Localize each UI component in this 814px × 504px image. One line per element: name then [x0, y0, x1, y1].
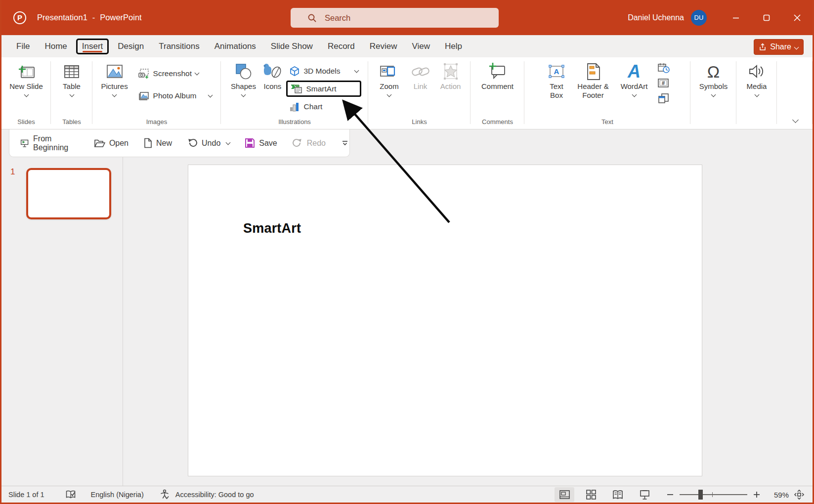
zoom-icon — [379, 63, 400, 81]
slide-thumbnail-number: 1 — [10, 167, 15, 177]
tab-record[interactable]: Record — [322, 39, 361, 54]
ribbon-group-text: A Text Box Header & Footer A WordArt # — [524, 57, 690, 129]
slide-canvas[interactable] — [188, 165, 702, 476]
zoom-button[interactable]: Zoom — [375, 60, 404, 97]
zoom-in-button[interactable] — [753, 491, 760, 498]
comment-button[interactable]: Comment — [476, 60, 519, 92]
new-slide-button[interactable]: New Slide — [7, 60, 45, 97]
tab-home[interactable]: Home — [39, 39, 73, 54]
collapse-ribbon-chevron — [792, 117, 799, 123]
zoom-chevron — [387, 92, 392, 97]
undo-button[interactable]: Undo — [187, 138, 230, 149]
tab-view[interactable]: View — [406, 39, 436, 54]
photo-album-button[interactable]: Photo Album — [135, 87, 215, 104]
pictures-icon — [105, 63, 125, 81]
slide-number-glyph: # — [662, 80, 665, 86]
fit-slide-to-window-button[interactable] — [794, 489, 805, 500]
zoom-slider[interactable] — [680, 494, 747, 495]
open-button[interactable]: Open — [94, 138, 129, 148]
screenshot-button[interactable]: Screenshot — [135, 65, 215, 82]
spellcheck-icon[interactable] — [65, 490, 76, 500]
slide-thumbnail[interactable] — [26, 168, 111, 219]
pictures-button[interactable]: Pictures — [98, 60, 131, 97]
wordart-button[interactable]: A WordArt — [618, 60, 650, 97]
screenshot-icon — [138, 68, 150, 79]
redo-button: Redo — [292, 138, 326, 149]
maximize-button[interactable] — [751, 0, 782, 35]
from-beginning-icon — [20, 138, 29, 149]
text-group-label: Text — [524, 118, 690, 129]
tab-file[interactable]: File — [10, 39, 36, 54]
comment-icon — [487, 62, 508, 82]
app-name: PowerPoint — [100, 13, 141, 22]
tab-transitions[interactable]: Transitions — [153, 39, 206, 54]
share-button[interactable]: Share — [754, 39, 804, 55]
new-button[interactable]: New — [143, 138, 172, 148]
date-time-icon — [657, 62, 670, 74]
smartart-button[interactable]: SmartArt — [286, 81, 361, 97]
date-time-button[interactable] — [657, 62, 670, 74]
object-button[interactable] — [657, 93, 670, 105]
wordart-icon: A — [628, 61, 641, 82]
normal-view-button[interactable] — [555, 487, 574, 502]
tables-group-label: Tables — [51, 118, 92, 129]
tab-review[interactable]: Review — [364, 39, 403, 54]
language-indicator[interactable]: English (Nigeria) — [91, 491, 144, 499]
slide-indicator[interactable]: Slide 1 of 1 — [8, 491, 44, 499]
toolbar-overflow-button[interactable] — [341, 139, 349, 147]
chart-button[interactable]: Chart — [286, 98, 361, 115]
tab-animations[interactable]: Animations — [209, 39, 262, 54]
slides-group-label: Slides — [1, 118, 51, 129]
table-icon — [62, 63, 81, 81]
table-button[interactable]: Table — [56, 60, 87, 97]
icons-button[interactable]: Icons — [259, 60, 285, 92]
shapes-button[interactable]: Shapes — [228, 60, 258, 97]
search-input[interactable]: Search — [291, 8, 499, 28]
workspace: From Beginning Open New Undo Save Re — [1, 129, 813, 486]
text-box-button[interactable]: A Text Box — [545, 60, 568, 101]
collapse-ribbon-button[interactable] — [793, 115, 798, 124]
from-beginning-button[interactable]: From Beginning — [20, 134, 79, 152]
tab-slide-show[interactable]: Slide Show — [265, 39, 319, 54]
annotation-smartart-label: SmartArt — [243, 221, 301, 236]
zoom-controls — [667, 491, 760, 498]
tab-insert[interactable]: Insert — [76, 39, 109, 54]
active-tab-underline — [83, 51, 103, 52]
slideshow-view-button[interactable] — [635, 487, 654, 502]
tab-design[interactable]: Design — [112, 39, 150, 54]
slide-sorter-view-button[interactable] — [581, 487, 601, 502]
document-title: Presentation1 - PowerPoint — [37, 13, 142, 22]
user-name[interactable]: Daniel Uchenna — [628, 13, 684, 22]
undo-icon — [187, 138, 198, 149]
3d-models-button[interactable]: 3D Models — [286, 63, 361, 79]
shapes-icon — [233, 62, 253, 81]
zoom-slider-tick — [712, 492, 713, 497]
zoom-out-button[interactable] — [667, 491, 674, 498]
icons-icon — [262, 62, 283, 81]
tab-help[interactable]: Help — [439, 39, 468, 54]
slideshow-icon — [639, 490, 650, 500]
smartart-icon — [291, 84, 302, 94]
powerpoint-logo-icon[interactable]: P — [13, 11, 26, 24]
thumbnail-panel-divider — [123, 157, 123, 486]
media-button[interactable]: Media — [741, 60, 772, 97]
link-icon — [411, 63, 430, 81]
minimize-button[interactable] — [721, 0, 751, 35]
header-footer-button[interactable]: Header & Footer — [575, 60, 611, 101]
slide-number-button[interactable]: # — [657, 78, 670, 89]
symbols-button[interactable]: Ω Symbols — [695, 60, 732, 97]
ribbon-group-comments: Comment Comments — [471, 57, 524, 129]
new-slide-icon — [16, 62, 36, 81]
maximize-icon — [763, 14, 770, 21]
zoom-slider-thumb[interactable] — [698, 490, 703, 500]
save-button[interactable]: Save — [245, 138, 277, 148]
accessibility-status[interactable]: Accessibility: Good to go — [175, 491, 254, 499]
quick-access-toolbar: From Beginning Open New Undo Save Re — [9, 129, 350, 157]
ribbon: New Slide Slides Table Tables Pictures — [1, 57, 813, 129]
normal-view-icon — [559, 490, 570, 500]
zoom-level[interactable]: 59% — [766, 491, 789, 499]
undo-chevron — [226, 140, 231, 145]
close-button[interactable] — [782, 0, 813, 35]
user-avatar[interactable]: DU — [691, 10, 707, 26]
reading-view-button[interactable] — [608, 487, 628, 502]
